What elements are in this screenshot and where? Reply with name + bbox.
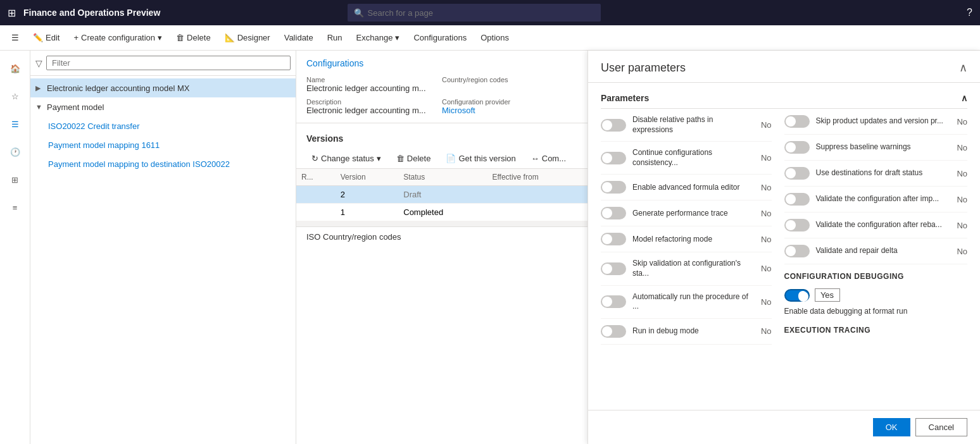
iso-section: ISO Country/region codes (296, 226, 587, 247)
designer-icon: 📐 (225, 33, 235, 42)
row-version: 1 (336, 204, 399, 221)
table-row[interactable]: 2 Draft (296, 186, 587, 204)
search-box[interactable]: 🔍 (348, 4, 601, 22)
tree-item-electronic-ledger[interactable]: ▶ Electronic ledger accounting model MX (30, 78, 296, 97)
tree-item-payment-mapping-dest[interactable]: Payment model mapping to destination ISO… (30, 154, 296, 173)
sidebar-star[interactable]: ☆ (3, 83, 28, 109)
compare-btn[interactable]: ↔ Com... (526, 151, 571, 166)
nav-validate[interactable]: Validate (278, 25, 320, 51)
params-right-col: Skip product updates and version pr... N… (784, 109, 968, 345)
delete-version-icon: 🗑 (396, 154, 405, 163)
col-status: Status (398, 169, 487, 186)
toggle-disable-relative[interactable] (601, 119, 626, 132)
sidebar-icons: 🏠 ☆ ☰ 🕐 ⊞ ≡ (0, 51, 30, 444)
get-this-version-btn[interactable]: 📄 Get this version (441, 151, 520, 166)
name-label: Name (306, 76, 442, 83)
toggle-skip-validation[interactable] (601, 262, 626, 275)
toggle-model-refactor[interactable] (601, 233, 626, 245)
param-value: No (957, 143, 967, 152)
toggle-validate-imp[interactable] (784, 193, 810, 206)
param-value: No (761, 235, 772, 244)
tree-item-payment-mapping-1611[interactable]: Payment model mapping 1611 (30, 135, 296, 154)
cancel-button[interactable]: Cancel (915, 418, 967, 436)
row-version: 2 (336, 186, 399, 204)
sidebar-list[interactable]: ☰ (3, 111, 28, 137)
toggle-validate-reba[interactable] (784, 219, 810, 231)
versions-toolbar: ↻ Change status ▾ 🗑 Delete 📄 Get this ve… (296, 149, 587, 169)
top-bar: ⊞ Finance and Operations Preview 🔍 ? (0, 0, 980, 25)
params-left-col: Disable relative paths in expressions No… (601, 109, 784, 345)
nav-delete[interactable]: 🗑 Delete (170, 25, 217, 51)
plus-icon: + (73, 33, 79, 42)
delete-icon: 🗑 (176, 33, 184, 42)
name-field: Name Electronic ledger accounting m... (306, 73, 442, 96)
param-value: No (957, 247, 967, 256)
param-label: Automatically run the procedure of ... (632, 292, 755, 312)
toggle-validate-repair[interactable] (784, 245, 810, 257)
param-validate-reba: Validate the configuration after reba...… (784, 213, 968, 238)
ok-button[interactable]: OK (873, 418, 910, 436)
help-icon[interactable]: ? (967, 7, 972, 18)
row-effective (487, 204, 587, 221)
param-model-refactor: Model refactoring mode No (601, 226, 772, 252)
param-value: No (761, 209, 772, 218)
nav-hamburger[interactable]: ☰ (5, 25, 25, 51)
nav-configurations[interactable]: Configurations (407, 25, 473, 51)
param-validate-repair: Validate and repair delta No (784, 238, 968, 264)
sidebar-grid[interactable]: ⊞ (3, 167, 28, 192)
filter-input[interactable] (46, 56, 291, 70)
nav-run[interactable]: Run (321, 25, 349, 51)
tree-item-iso20022[interactable]: ISO20022 Credit transfer (30, 116, 296, 135)
horizontal-scrollbar (296, 221, 587, 226)
sidebar-clock[interactable]: 🕐 (3, 139, 28, 164)
param-value: No (761, 153, 772, 163)
delete-version-btn[interactable]: 🗑 Delete (391, 151, 436, 166)
chevron-down-icon: ▼ (35, 103, 44, 111)
param-label: Validate and repair delta (816, 246, 951, 256)
provider-value: Microsoft (442, 106, 577, 115)
param-label: Validate the configuration after imp... (816, 194, 951, 204)
param-disable-relative: Disable relative paths in expressions No (601, 109, 772, 142)
nav-options[interactable]: Options (474, 25, 515, 51)
toggle-auto-run[interactable] (601, 295, 626, 308)
params-grid: Disable relative paths in expressions No… (601, 109, 967, 345)
close-panel-button[interactable]: ∧ (959, 61, 967, 75)
param-label: Use destinations for draft status (816, 168, 951, 178)
tree-item-payment-model[interactable]: ▼ Payment model (30, 97, 296, 116)
toggle-run-debug[interactable] (601, 325, 626, 338)
execution-tracing-label: EXECUTION TRACING (784, 318, 968, 337)
toggle-continue-config[interactable] (601, 152, 626, 164)
sidebar-home[interactable]: 🏠 (3, 56, 28, 81)
param-value: No (761, 264, 772, 273)
param-value: No (761, 326, 772, 336)
search-input[interactable] (368, 8, 594, 18)
collapse-icon[interactable]: ∧ (961, 93, 967, 103)
param-suppress-baseline: Suppress baseline warnings No (784, 135, 968, 161)
nav-designer[interactable]: 📐 Designer (218, 25, 277, 51)
param-value: No (761, 297, 772, 307)
nav-create-config[interactable]: + Create configuration ▾ (67, 25, 168, 51)
param-continue-config: Continue configurations consistency... N… (601, 142, 772, 175)
toggle-generate-perf[interactable] (601, 207, 626, 219)
enable-data-debug-label: Enable data debugging at format run (784, 307, 968, 316)
change-status-chevron: ▾ (377, 154, 381, 163)
toggle-enable-formula[interactable] (601, 181, 626, 194)
param-label: Generate performance trace (632, 209, 755, 219)
change-status-btn[interactable]: ↻ Change status ▾ (306, 151, 386, 166)
sidebar-bars[interactable]: ≡ (3, 195, 28, 220)
name-value: Electronic ledger accounting m... (306, 83, 442, 93)
toggle-suppress-baseline[interactable] (784, 141, 810, 154)
toggle-enable-debug[interactable] (784, 289, 810, 302)
table-row[interactable]: 1 Completed (296, 204, 587, 221)
nav-edit[interactable]: ✏️ Edit (27, 25, 66, 51)
param-auto-run: Automatically run the procedure of ... N… (601, 286, 772, 319)
param-label: Model refactoring mode (632, 235, 755, 245)
country-field: Country/region codes (442, 73, 577, 96)
configs-header: Configurations (296, 51, 587, 73)
col-version: Version (336, 169, 399, 186)
nav-exchange[interactable]: Exchange ▾ (350, 25, 406, 51)
toggle-skip-product[interactable] (784, 115, 810, 128)
desc-field: Description Electronic ledger accounting… (306, 96, 442, 118)
grid-icon[interactable]: ⊞ (8, 7, 16, 19)
toggle-use-destinations[interactable] (784, 167, 810, 180)
